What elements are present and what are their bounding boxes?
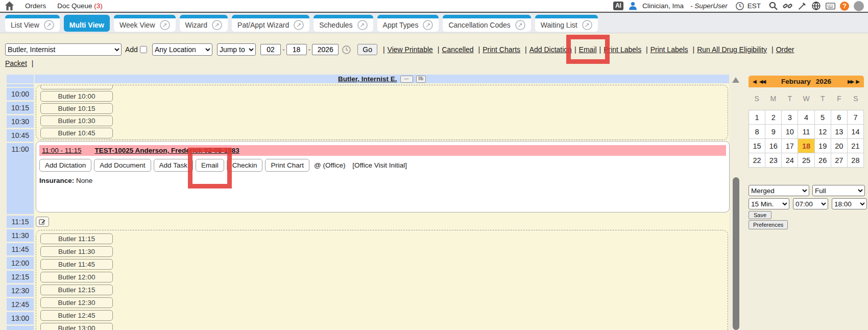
view-tab[interactable]: Waiting List ↗ xyxy=(535,15,598,32)
date-clock-icon[interactable] xyxy=(342,45,351,55)
slot-button[interactable]: Butler 10:45 xyxy=(40,128,113,138)
provider-select[interactable]: Butler, Internist xyxy=(5,43,122,56)
ai-badge[interactable]: AI xyxy=(613,2,623,10)
view-tab[interactable]: Schedules ↗ xyxy=(314,15,373,32)
action-link[interactable]: Cancelled xyxy=(442,45,473,54)
slot-button[interactable]: Butler 10:00 xyxy=(40,91,113,102)
menu-doc-queue[interactable]: Doc Queue (3) xyxy=(57,2,103,10)
end-time-select[interactable]: 18:00 xyxy=(832,198,867,209)
order-packet-link-continuation[interactable]: Packet xyxy=(5,59,27,67)
prev-month-arrow-icon[interactable]: ◀◀ xyxy=(759,79,765,84)
fb-button[interactable]: f/b xyxy=(416,76,426,83)
action-link[interactable]: Order xyxy=(776,45,794,54)
date-year-input[interactable] xyxy=(312,44,339,55)
calendar-day-cell[interactable]: 21 xyxy=(848,139,864,153)
action-link[interactable]: Run All Drug Eligibility xyxy=(697,45,767,54)
slot-button[interactable]: Butler 11:15 xyxy=(40,233,113,244)
appointment-action-button[interactable]: Add Task xyxy=(154,159,193,172)
external-link-icon[interactable]: ↗ xyxy=(160,20,170,30)
view-tab[interactable]: Wizard ↗ xyxy=(180,15,228,32)
calendar-day-cell[interactable]: 4 xyxy=(798,110,814,125)
calendar-day-cell[interactable]: 1 xyxy=(749,110,765,125)
edit-note-button[interactable] xyxy=(36,217,49,227)
prev-year-arrow-icon[interactable]: ◀ xyxy=(753,79,757,84)
slot-button[interactable]: Butler 13:00 xyxy=(40,323,113,330)
keyboard-icon[interactable] xyxy=(826,1,835,11)
go-button[interactable]: Go xyxy=(357,44,377,55)
calendar-day-cell[interactable]: 19 xyxy=(815,139,831,153)
calendar-day-cell[interactable]: 28 xyxy=(848,153,864,168)
slot-button[interactable]: Butler 12:00 xyxy=(40,272,113,282)
view-tab[interactable]: Multi View ↗ xyxy=(64,15,110,32)
calendar-day-cell[interactable]: 17 xyxy=(782,139,798,153)
calendar-day-cell[interactable]: 2 xyxy=(765,110,782,125)
calendar-day-cell[interactable]: 26 xyxy=(815,153,831,168)
merge-view-select[interactable]: Merged xyxy=(749,185,809,196)
next-year-arrow-icon[interactable]: ▶ xyxy=(856,79,860,84)
calendar-day-cell[interactable]: 12 xyxy=(815,125,831,139)
appointment-patient-link[interactable]: TEST-10025 Anderson, Frederick 02-08-198… xyxy=(95,147,239,154)
calendar-day-cell[interactable]: 14 xyxy=(848,125,864,139)
calendar-day-cell[interactable]: 27 xyxy=(831,153,848,168)
appointment-action-button[interactable]: Add Document xyxy=(94,159,151,172)
action-link[interactable]: Print Labels xyxy=(604,45,641,54)
avatar[interactable] xyxy=(854,1,864,11)
calendar-day-cell[interactable]: 25 xyxy=(798,153,814,168)
view-tab[interactable]: Cancellation Codes ↗ xyxy=(443,15,531,32)
calendar-day-cell[interactable]: 23 xyxy=(765,153,782,168)
calendar-day-cell[interactable]: 24 xyxy=(782,153,798,168)
action-link[interactable]: View Printable xyxy=(388,45,433,54)
calendar-day-cell[interactable]: 15 xyxy=(749,139,765,153)
pen-wand-icon[interactable] xyxy=(797,1,807,11)
slot-button-partial[interactable] xyxy=(40,85,113,89)
location-select[interactable]: Any Location xyxy=(152,43,212,56)
add-checkbox[interactable] xyxy=(140,46,147,53)
view-tab[interactable]: Appt Types ↗ xyxy=(377,15,439,32)
user-icon[interactable] xyxy=(628,1,638,11)
calendar-day-cell[interactable]: 20 xyxy=(831,139,848,153)
calendar-day-cell[interactable]: 3 xyxy=(782,110,798,125)
appointment-action-button[interactable]: Print Chart xyxy=(265,159,309,172)
calendar-day-cell[interactable]: 5 xyxy=(815,110,831,125)
calendar-day-cell[interactable]: 16 xyxy=(765,139,782,153)
slot-button[interactable]: Butler 10:30 xyxy=(40,115,113,126)
action-link[interactable]: Print Labels xyxy=(650,45,688,54)
size-select[interactable]: Full xyxy=(812,185,865,196)
slot-button[interactable]: Butler 12:15 xyxy=(40,285,113,295)
external-link-icon[interactable]: ↗ xyxy=(582,20,592,30)
collapse-column-button[interactable]: — xyxy=(400,76,413,83)
email-action-link[interactable]: Email xyxy=(579,45,597,54)
action-link[interactable]: Add Dictation xyxy=(529,45,572,54)
slot-button[interactable]: Butler 11:45 xyxy=(40,259,113,270)
search-icon[interactable] xyxy=(768,1,778,11)
external-link-icon[interactable]: ↗ xyxy=(357,20,368,30)
slot-button[interactable]: Butler 12:30 xyxy=(40,297,113,308)
external-link-icon[interactable]: ↗ xyxy=(423,20,433,30)
appointment-action-button[interactable]: Checkin xyxy=(227,159,263,172)
date-day-input[interactable] xyxy=(286,44,307,55)
slot-button[interactable]: Butler 12:45 xyxy=(40,310,113,321)
home-icon[interactable] xyxy=(4,1,15,11)
scrollbar-thumb[interactable] xyxy=(733,177,739,330)
view-tab[interactable]: Pat/Appt Wizard ↗ xyxy=(232,15,309,32)
external-link-icon[interactable]: ↗ xyxy=(212,20,222,30)
calendar-day-cell[interactable]: 7 xyxy=(848,110,864,125)
jump-to-select[interactable]: Jump to xyxy=(217,43,256,56)
email-appointment-button[interactable]: Email xyxy=(196,159,224,172)
scrollbar-up-arrow[interactable] xyxy=(732,77,739,83)
calendar-day-cell[interactable]: 13 xyxy=(831,125,848,139)
preferences-button[interactable]: Preferences xyxy=(749,220,788,229)
help-icon[interactable]: ? xyxy=(840,2,849,11)
save-button[interactable]: Save xyxy=(749,211,771,219)
interval-select[interactable]: 15 Min. xyxy=(749,198,789,209)
external-link-icon[interactable]: ↗ xyxy=(515,20,525,30)
start-time-select[interactable]: 07:00 xyxy=(793,198,828,209)
slot-button[interactable]: Butler 10:15 xyxy=(40,103,113,114)
next-month-arrow-icon[interactable]: ▶▶ xyxy=(848,79,853,84)
view-tab[interactable]: Week View ↗ xyxy=(114,15,176,32)
external-link-icon[interactable]: ↗ xyxy=(44,20,54,30)
link-icon[interactable] xyxy=(783,1,792,11)
calendar-day-cell[interactable]: 8 xyxy=(749,125,765,139)
calendar-day-cell[interactable]: 22 xyxy=(749,153,765,168)
external-link-icon[interactable]: ↗ xyxy=(294,20,304,30)
